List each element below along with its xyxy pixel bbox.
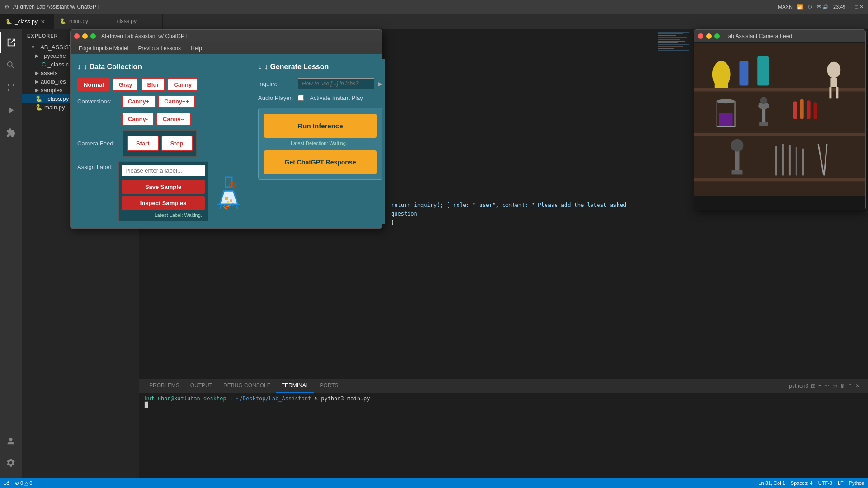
minimap [656,29,692,210]
gen-header-label: ↓ Generate Lesson [264,63,329,71]
py-icon: 🐍 [35,95,42,102]
label-input[interactable] [122,165,205,176]
tab-ports[interactable]: PORTS [314,379,344,393]
menu-previous-lessons[interactable]: Previous Lessons [133,44,185,53]
filter-canny-btn[interactable]: Canny [167,78,198,91]
search-icon[interactable] [0,54,22,76]
get-chatgpt-response-btn[interactable]: Get ChatGPT Response [264,150,377,174]
account-icon[interactable] [0,430,22,452]
terminal-path: ~/Desktop/Lab_Assistant [236,395,311,402]
inquiry-arrow-icon[interactable]: ▶ [378,80,382,87]
svg-point-10 [231,184,233,186]
inquiry-label: Inquiry: [258,80,294,87]
tab-close-1[interactable]: ✕ [40,18,46,25]
camera-feed-svg [694,42,865,210]
minimize-btn[interactable] [82,33,88,39]
filter-gray-btn[interactable]: Gray [113,78,139,91]
tab-problems[interactable]: PROBLEMS [144,379,185,393]
assign-label-text: Assign Label: [77,161,118,221]
encoding: UTF-8 [818,480,832,486]
errors-warnings: ⊘ 0 △ 0 [15,480,32,486]
split-terminal-icon[interactable]: ⊞ [811,383,816,389]
extensions-icon[interactable] [0,122,22,144]
audio-label: audio_les [41,78,66,85]
save-sample-btn[interactable]: Save Sample [122,180,205,194]
inspect-samples-btn[interactable]: Inspect Samples [122,196,205,210]
latest-detection-text: Latest Detection: Waiting... [264,141,377,146]
source-control-icon[interactable] [0,77,22,99]
filter-normal-btn[interactable]: Normal [77,78,110,91]
filter-row-1: Normal Gray Blur Canny [77,78,249,91]
activity-bar [0,29,22,478]
data-collection-header: ↓ ↓ Data Collection [77,61,249,73]
terminal-line-2: █ [145,402,863,408]
camera-close-btn[interactable] [698,33,703,39]
folder-arrow-icon-2: ▶ [35,70,39,75]
camera-minimize-btn[interactable] [706,33,712,39]
tab-class-py-1[interactable]: 🐍 _class.py ✕ [0,14,54,29]
file-icon: C [42,61,46,68]
conversions-row: Conversions: Canny+ Canny++ [77,95,249,108]
app-titlebar: AI-driven Lab Assistant w/ ChatGPT [71,30,382,42]
latest-label-text: Latest Label: Waiting... [122,212,205,218]
terminal-layout-icon[interactable]: ▭ [832,383,837,389]
tab-main-py[interactable]: 🐍 main.py [54,14,108,29]
terminal-collapse-icon[interactable]: ⌃ [848,383,853,389]
maximize-btn[interactable] [90,33,96,39]
filter-canny-minusminus-btn[interactable]: Canny-- [156,113,191,126]
terminal-menu-icon[interactable]: ⋯ [824,383,830,389]
start-btn[interactable]: Start [127,136,159,151]
menu-edge-impulse[interactable]: Edge Impulse Model [74,44,132,53]
terminal-dollar: $ [315,395,321,402]
menu-help[interactable]: Help [186,44,207,53]
terminal-trash-icon[interactable]: 🗑 [840,383,845,389]
filter-canny-minus-btn[interactable]: Canny- [122,113,154,126]
svg-rect-48 [694,43,865,209]
app-menubar: Edge Impulse Model Previous Lessons Help [71,42,382,54]
generate-lesson-panel: ↓ ↓ Generate Lesson Inquiry: ▶ Audio Pla… [256,59,385,224]
tab-terminal[interactable]: TERMINAL [276,379,315,393]
activate-instant-play-checkbox[interactable] [298,95,304,101]
bluetooth-icon: ⬡ [808,4,812,10]
tab-label-3: _class.py [114,18,137,24]
svg-point-7 [230,199,232,202]
tab-debug-console[interactable]: DEBUG CONSOLE [218,379,276,393]
run-debug-icon[interactable] [0,99,22,121]
settings-icon[interactable] [0,452,22,474]
gen-section-arrow: ↓ [258,63,262,71]
language-mode[interactable]: Python [849,480,864,486]
filter-row-3: Canny- Canny-- [122,113,249,126]
generate-lesson-header: ↓ ↓ Generate Lesson [258,61,382,73]
filter-canny-plus-btn[interactable]: Canny+ [122,95,156,108]
inquiry-input[interactable] [298,78,374,89]
terminal-close-icon[interactable]: ✕ [855,383,860,389]
camera-buttons: Start Stop [127,136,193,151]
title-bar: ⚙ AI-driven Lab Assistant w/ ChatGPT MAX… [0,0,868,14]
camera-controls-box: Start Stop [123,130,197,157]
flask-icon [211,174,247,210]
run-inference-btn[interactable]: Run Inference [264,114,377,138]
section-header-label: ↓ Data Collection [84,63,142,71]
audio-player-label: Audio Player: [258,94,294,101]
assets-label: assets [41,70,58,76]
filter-blur-btn[interactable]: Blur [141,78,165,91]
close-btn[interactable] [74,33,80,39]
camera-maximize-btn[interactable] [714,33,720,39]
section-arrow-icon: ↓ [77,63,81,71]
stop-btn[interactable]: Stop [161,136,193,151]
window-controls[interactable]: ─ □ ✕ [850,4,863,10]
explorer-icon[interactable] [0,32,22,53]
camera-feed-display [694,42,865,210]
new-terminal-icon[interactable]: + [818,383,821,389]
tab-output[interactable]: OUTPUT [185,379,218,393]
filter-canny-plusplus-btn[interactable]: Canny++ [158,95,195,108]
spaces: Spaces: 4 [791,480,813,486]
svg-point-6 [225,197,228,200]
py-icon-2: 🐍 [35,104,42,111]
terminal-content[interactable]: kutluhan@kutluhan-desktop : ~/Desktop/La… [139,393,868,478]
tab-label-2: main.py [69,18,88,24]
bottom-panel: PROBLEMS OUTPUT DEBUG CONSOLE TERMINAL P… [139,379,868,478]
tab-class-py-2[interactable]: _class.py [108,14,163,29]
system-icons: ✉ 🔊 [817,4,829,10]
tab-bar: 🐍 _class.py ✕ 🐍 main.py _class.py [0,14,868,29]
